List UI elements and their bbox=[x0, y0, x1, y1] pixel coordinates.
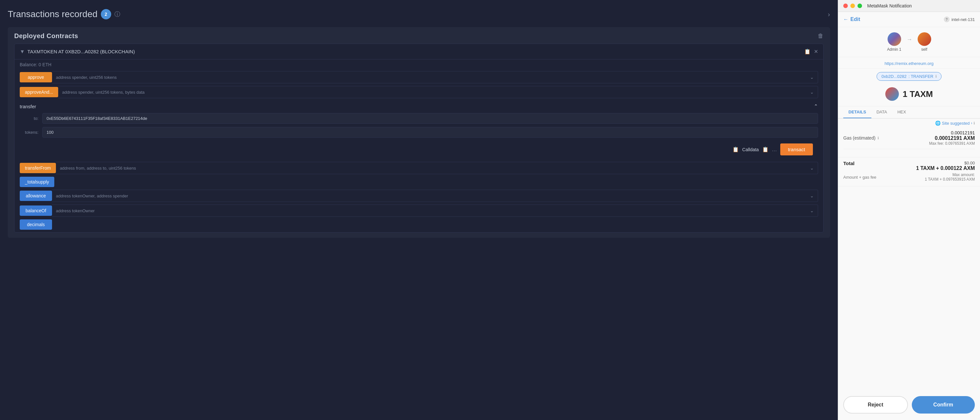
approveand-row: approveAnd... address spender, uint256 t… bbox=[14, 86, 823, 101]
approveand-input-area[interactable]: address spender, uint256 tokens, bytes d… bbox=[58, 86, 818, 98]
mm-avatar-self bbox=[918, 32, 931, 46]
deployed-contracts-section: Deployed Contracts 🗑 ▼ TAXMTOKEN AT 0XB2… bbox=[8, 27, 830, 238]
contract-header: ▼ TAXMTOKEN AT 0XB2D...A0282 (BLOCKCHAIN… bbox=[14, 44, 823, 59]
mm-contract-tag[interactable]: 0xb2D...0282 : TRANSFER ℹ bbox=[877, 72, 941, 81]
trash-icon[interactable]: 🗑 bbox=[818, 33, 824, 40]
mm-header: ← Edit ? intel-net-131 bbox=[838, 12, 980, 27]
allowance-row: allowance address tokenOwner, address sp… bbox=[14, 189, 823, 205]
reject-button[interactable]: Reject bbox=[843, 396, 908, 414]
transactions-badge: 2 bbox=[101, 9, 111, 19]
contract-address: 0xb2D...0282 bbox=[881, 74, 906, 79]
balanceof-button[interactable]: balanceOf bbox=[20, 205, 52, 216]
transfer-tokens-input[interactable]: 100 bbox=[42, 127, 818, 138]
approve-button[interactable]: approve bbox=[20, 72, 52, 83]
mm-suggested-row: 🌐 Site suggested › ℹ bbox=[838, 119, 980, 126]
mm-site-url: https://remix.ethereum.org bbox=[838, 57, 980, 69]
decimals-button[interactable]: decimals bbox=[20, 220, 52, 230]
approveand-chevron-icon: ⌄ bbox=[810, 89, 814, 95]
totalsupply-row: _totalsupply bbox=[14, 177, 823, 189]
site-icon: 🌐 bbox=[935, 121, 940, 126]
balanceof-chevron-icon: ⌄ bbox=[810, 208, 814, 213]
transfer-chevron-up-icon: ⌃ bbox=[814, 103, 818, 109]
transferfrom-button[interactable]: transferFrom bbox=[20, 163, 56, 173]
transfer-to-input[interactable]: 0xE55Db6E6743111F35F18af34E8331AB1E27214… bbox=[42, 113, 818, 124]
suggested-chevron-icon: › bbox=[971, 121, 972, 126]
mm-avatar-admin bbox=[888, 32, 901, 46]
tab-data[interactable]: DATA bbox=[872, 106, 892, 118]
approve-input-area[interactable]: address spender, uint256 tokens ⌄ bbox=[52, 71, 818, 83]
mm-accounts: Admin 1 → self bbox=[838, 27, 980, 57]
mm-total-right: $0.00 1 TAXM + 0.000122 AXM bbox=[916, 161, 975, 171]
mm-contract-badge: 0xb2D...0282 : TRANSFER ℹ bbox=[843, 72, 975, 81]
transfer-tokens-field: tokens: 100 bbox=[20, 127, 818, 138]
transferfrom-chevron-icon: ⌄ bbox=[810, 165, 814, 170]
tab-details[interactable]: DETAILS bbox=[843, 106, 872, 118]
mm-amount-gas-label: Amount + gas fee bbox=[843, 175, 876, 180]
transfer-to-field: to: 0xE55Db6E6743111F35F18af34E8331AB1E2… bbox=[20, 113, 818, 124]
mm-gas-header: Gas (estimated) ℹ 0.00012191 0.00012191 … bbox=[843, 130, 975, 146]
mm-arrow-icon: → bbox=[907, 36, 912, 43]
mm-total-label: Total bbox=[843, 161, 854, 166]
info-icon[interactable]: ⓘ bbox=[115, 10, 120, 18]
calldata-label[interactable]: Calldata bbox=[742, 147, 759, 152]
balanceof-placeholder: address tokenOwner bbox=[56, 208, 95, 213]
mm-divider bbox=[843, 149, 975, 149]
totalsupply-button[interactable]: _totalsupply bbox=[20, 177, 54, 187]
mm-total-header: Total $0.00 1 TAXM + 0.000122 AXM bbox=[843, 161, 975, 171]
expand-icon[interactable]: › bbox=[828, 11, 830, 18]
allowance-button[interactable]: allowance bbox=[20, 191, 52, 201]
transfer-to-label: to: bbox=[20, 116, 42, 121]
confirm-button[interactable]: Confirm bbox=[912, 396, 975, 414]
balanceof-input-area[interactable]: address tokenOwner ⌄ bbox=[52, 205, 818, 217]
transact-button[interactable]: transact bbox=[780, 143, 813, 155]
mm-title: MetaMask Notification bbox=[867, 3, 912, 8]
transfer-tokens-label: tokens: bbox=[20, 130, 42, 135]
mm-gas-section: Gas (estimated) ℹ 0.00012191 0.00012191 … bbox=[838, 126, 980, 158]
contract-chevron-icon[interactable]: ▼ bbox=[20, 49, 25, 55]
approveand-button[interactable]: approveAnd... bbox=[20, 87, 58, 97]
mm-amount: 1 TAXM bbox=[838, 82, 980, 106]
allowance-input-area[interactable]: address tokenOwner, address spender ⌄ bbox=[52, 189, 818, 202]
mm-tabs: DETAILS DATA HEX bbox=[838, 106, 980, 119]
network-icon: ? bbox=[944, 16, 950, 22]
mm-buttons: Reject Confirm bbox=[838, 390, 980, 420]
mm-max-amount-value: 1 TAXM + 0.097653915 AXM bbox=[925, 177, 975, 181]
transferfrom-placeholder: address from, address to, uint256 tokens bbox=[60, 166, 136, 170]
more-action-icon[interactable]: … bbox=[772, 147, 777, 153]
back-arrow-icon: ← bbox=[843, 16, 848, 22]
metamask-panel: MetaMask Notification ← Edit ? intel-net… bbox=[838, 0, 980, 420]
contract-icons: 📋 ✕ bbox=[804, 48, 818, 55]
transactions-header: Transactions recorded 2 ⓘ › bbox=[8, 6, 830, 19]
transfer-label: transfer ⌃ bbox=[20, 103, 818, 109]
mm-total-section: Total $0.00 1 TAXM + 0.000122 AXM Amount… bbox=[838, 158, 980, 186]
mm-account-to-label: self bbox=[921, 47, 928, 52]
tab-hex[interactable]: HEX bbox=[892, 106, 911, 118]
copy-action-icon[interactable]: 📋 bbox=[732, 146, 739, 153]
gas-info-icon2: ℹ bbox=[878, 136, 879, 140]
left-panel: Transactions recorded 2 ⓘ › Deployed Con… bbox=[0, 0, 838, 420]
close-contract-icon[interactable]: ✕ bbox=[814, 48, 818, 55]
mm-token-icon bbox=[885, 87, 899, 101]
mm-titlebar: MetaMask Notification bbox=[838, 0, 980, 12]
contract-info-icon: ℹ bbox=[935, 74, 937, 78]
mm-amount-gas-row: Amount + gas fee Max amount: 1 TAXM + 0.… bbox=[843, 172, 975, 181]
mm-total-usd: $0.00 bbox=[916, 161, 975, 165]
decimals-row: decimals bbox=[14, 220, 823, 232]
transfer-actions: 📋 Calldata 📋 … transact bbox=[20, 141, 818, 158]
mm-gas-value-main: 0.00012191 AXM bbox=[929, 135, 975, 141]
mm-back-button[interactable]: ← Edit bbox=[843, 16, 860, 22]
mm-gas-values: 0.00012191 0.00012191 AXM Max fee: 0.097… bbox=[929, 130, 975, 146]
contract-name: TAXMTOKEN AT 0XB2D...A0282 (BLOCKCHAIN) bbox=[27, 49, 802, 54]
mm-dot-green bbox=[858, 3, 862, 8]
contract-method: : TRANSFER bbox=[908, 74, 934, 79]
transfer-section: transfer ⌃ to: 0xE55Db6E6743111F35F18af3… bbox=[14, 101, 823, 162]
mm-dot-yellow bbox=[850, 3, 855, 8]
approve-row: approve address spender, uint256 tokens … bbox=[14, 71, 823, 86]
approveand-placeholder: address spender, uint256 tokens, bytes d… bbox=[62, 90, 145, 95]
transferfrom-input-area[interactable]: address from, address to, uint256 tokens… bbox=[56, 162, 818, 174]
copy-contract-icon[interactable]: 📋 bbox=[804, 48, 811, 55]
mm-account-to: self bbox=[918, 32, 931, 52]
copy-action2-icon[interactable]: 📋 bbox=[762, 146, 768, 153]
balanceof-row: balanceOf address tokenOwner ⌄ bbox=[14, 205, 823, 220]
transferfrom-row: transferFrom address from, address to, u… bbox=[14, 162, 823, 177]
